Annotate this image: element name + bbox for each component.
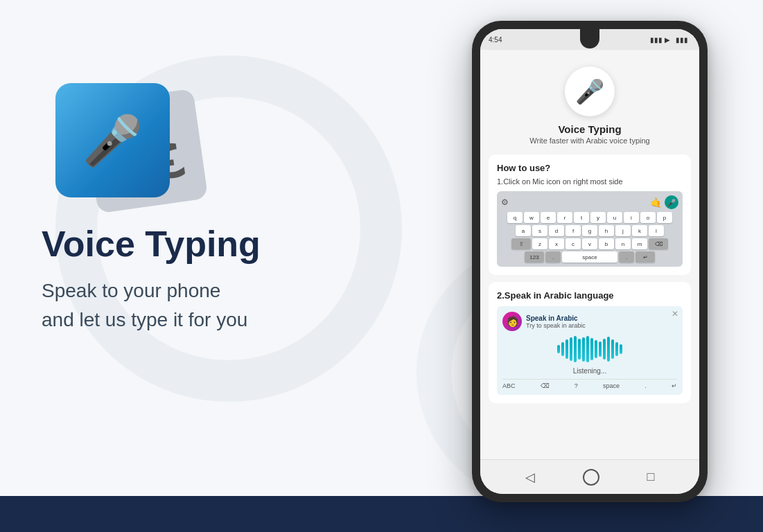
key-123[interactable]: 123 <box>525 251 544 263</box>
wave-bar-6 <box>578 339 581 360</box>
wave-bar-13 <box>607 337 610 362</box>
voice-keyboard-bottom: ABC ⌫ ? space . ↵ <box>502 379 677 389</box>
app-subtitle-line2: and let us type it for you <box>42 309 247 330</box>
speak-section: 2.Speak in Arabic language ✕ 🧑 Speak in … <box>489 282 691 403</box>
key-f[interactable]: f <box>565 225 581 236</box>
key-g[interactable]: g <box>582 225 597 236</box>
wave-bar-10 <box>595 340 597 358</box>
key-a[interactable]: a <box>516 225 531 236</box>
kb-top-row: ⚙ 🤙 🎤 <box>501 195 678 209</box>
wave-bar-1 <box>557 345 560 353</box>
key-v[interactable]: v <box>582 238 597 249</box>
left-section: ج 🎤 Voice Typing Speak to your phone and… <box>42 76 360 335</box>
key-d[interactable]: d <box>549 225 564 236</box>
key-x[interactable]: x <box>549 238 564 249</box>
key-p[interactable]: p <box>657 212 672 223</box>
key-n[interactable]: n <box>615 238 631 249</box>
kb-row-4: 123 . space . ↵ <box>501 251 678 263</box>
status-time: 4:54 <box>489 36 502 44</box>
mic-icon-phone: 🎤 <box>575 78 604 105</box>
kb-period-label[interactable]: . <box>644 382 647 389</box>
kb-row-3: ⇧ z x c v b n m ⌫ <box>501 238 678 249</box>
key-k[interactable]: k <box>632 225 647 236</box>
voice-popup: ✕ 🧑 Speak in Arabic Try to speak in arab… <box>497 306 683 395</box>
status-battery: ▮▮▮ <box>676 36 688 44</box>
voice-popup-title: Speak in Arabic <box>526 314 586 322</box>
app-icon-container: ج 🎤 <box>42 76 201 208</box>
key-t[interactable]: t <box>574 212 589 223</box>
wave-bar-12 <box>603 339 606 360</box>
wave-bar-11 <box>599 342 602 357</box>
wave-bar-3 <box>565 339 568 359</box>
key-comma[interactable]: . <box>619 251 634 263</box>
step-2-text: 2.Speak in Arabic language <box>497 290 683 301</box>
wave-bar-8 <box>586 336 589 362</box>
mic-header: 🎤 Voice Typing Write faster with Arabic … <box>489 60 691 154</box>
wave-bar-15 <box>615 342 618 356</box>
voice-popup-subtitle: Try to speak in arabic <box>526 322 586 329</box>
key-b[interactable]: b <box>599 238 614 249</box>
wave-bar-4 <box>570 337 572 361</box>
kb-space-label[interactable]: space <box>603 382 620 389</box>
voice-popup-header: 🧑 Speak in Arabic Try to speak in arabic <box>502 312 677 331</box>
key-s[interactable]: s <box>532 225 547 236</box>
key-shift[interactable]: ⇧ <box>511 238 531 249</box>
key-r[interactable]: r <box>557 212 572 223</box>
kb-rows: q w e r t y u i o p <box>501 212 678 263</box>
gear-icon: ⚙ <box>501 197 509 207</box>
wave-bar-7 <box>582 337 585 362</box>
wave-bar-5 <box>574 336 577 362</box>
key-e[interactable]: e <box>541 212 556 223</box>
kb-row-2: a s d f g h j k l <box>501 225 678 236</box>
key-h[interactable]: h <box>599 225 614 236</box>
screen-content[interactable]: 🎤 Voice Typing Write faster with Arabic … <box>480 50 699 459</box>
kb-abc[interactable]: ABC <box>502 382 516 389</box>
wave-bar-9 <box>590 338 593 360</box>
phone-screen: 4:54 ▮▮▮ ▶ ▮▮▮ 🎤 Voice Typing Write fast… <box>480 29 699 494</box>
phone-notch <box>580 29 599 48</box>
app-title: Voice Typing <box>42 224 360 264</box>
mic-icon-large: 🎤 <box>82 116 143 165</box>
key-space[interactable]: space <box>562 251 617 263</box>
mic-circle: 🎤 <box>565 66 615 116</box>
voice-avatar: 🧑 <box>502 312 522 331</box>
key-l[interactable]: l <box>649 225 664 236</box>
key-j[interactable]: j <box>615 225 631 236</box>
nav-recent-button[interactable]: □ <box>647 470 655 484</box>
key-enter[interactable]: ↵ <box>635 251 655 263</box>
key-i[interactable]: i <box>624 212 639 223</box>
app-subtitle: Speak to your phone and let us type it f… <box>42 276 360 335</box>
phone-nav-bar: ◁ □ <box>480 459 699 494</box>
listening-text: Listening... <box>502 367 677 375</box>
key-backspace[interactable]: ⌫ <box>649 238 668 249</box>
wave-bar-14 <box>611 339 614 359</box>
kb-enter-icon[interactable]: ↵ <box>672 382 677 389</box>
app-subtitle-line1: Speak to your phone <box>42 280 220 301</box>
phone-frame: 4:54 ▮▮▮ ▶ ▮▮▮ 🎤 Voice Typing Write fast… <box>472 21 708 502</box>
kb-backspace-icon[interactable]: ⌫ <box>541 382 550 389</box>
key-q[interactable]: q <box>507 212 523 223</box>
mic-button[interactable]: 🎤 <box>665 195 678 209</box>
keyboard-preview: ⚙ 🤙 🎤 q w e r t <box>497 191 683 267</box>
key-period[interactable]: . <box>545 251 561 263</box>
how-to-title: How to use? <box>497 163 683 173</box>
key-u[interactable]: u <box>607 212 622 223</box>
voice-popup-text: Speak in Arabic Try to speak in arabic <box>526 314 586 329</box>
key-w[interactable]: w <box>524 212 539 223</box>
key-m[interactable]: m <box>632 238 647 249</box>
close-icon[interactable]: ✕ <box>672 309 678 319</box>
hand-icon: 🤙 <box>650 197 662 208</box>
key-c[interactable]: c <box>565 238 581 249</box>
how-to-section-1: How to use? 1.Click on Mic icon on right… <box>489 154 691 275</box>
status-icons: ▮▮▮ ▶ ▮▮▮ <box>650 36 688 44</box>
wave-bar-16 <box>620 344 622 354</box>
key-z[interactable]: z <box>532 238 547 249</box>
key-y[interactable]: y <box>590 212 606 223</box>
nav-home-button[interactable] <box>583 469 599 486</box>
waveform <box>502 335 677 363</box>
key-o[interactable]: o <box>640 212 656 223</box>
wave-bar-2 <box>561 342 564 356</box>
nav-back-button[interactable]: ◁ <box>525 470 535 485</box>
status-signal: ▮▮▮ ▶ <box>650 36 670 44</box>
kb-question[interactable]: ? <box>575 382 578 389</box>
